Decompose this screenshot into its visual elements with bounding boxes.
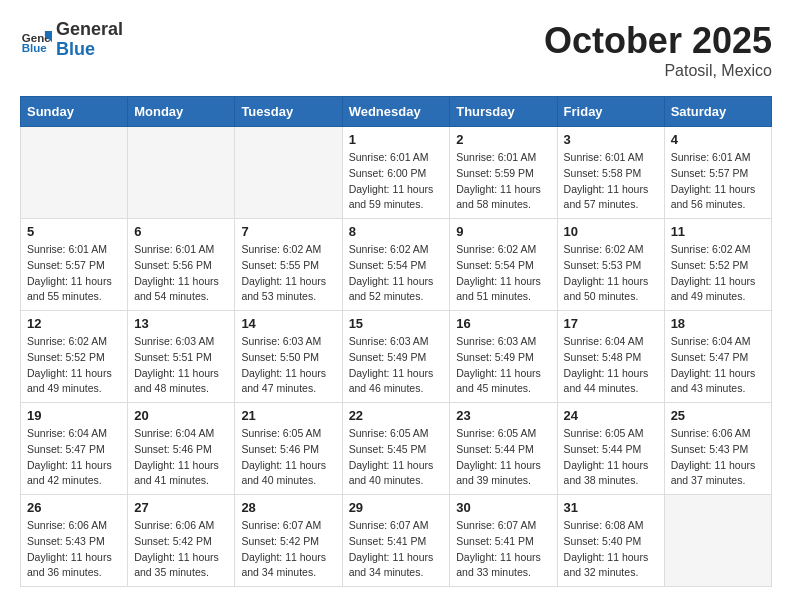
day-info: Sunrise: 6:02 AM Sunset: 5:53 PM Dayligh…	[564, 242, 658, 305]
day-info: Sunrise: 6:01 AM Sunset: 5:59 PM Dayligh…	[456, 150, 550, 213]
day-info: Sunrise: 6:04 AM Sunset: 5:46 PM Dayligh…	[134, 426, 228, 489]
day-number: 1	[349, 132, 444, 147]
day-info: Sunrise: 6:03 AM Sunset: 5:49 PM Dayligh…	[349, 334, 444, 397]
day-number: 20	[134, 408, 228, 423]
calendar-day-2: 2Sunrise: 6:01 AM Sunset: 5:59 PM Daylig…	[450, 127, 557, 219]
day-number: 21	[241, 408, 335, 423]
calendar-empty-cell	[664, 495, 771, 587]
calendar-day-19: 19Sunrise: 6:04 AM Sunset: 5:47 PM Dayli…	[21, 403, 128, 495]
calendar-day-31: 31Sunrise: 6:08 AM Sunset: 5:40 PM Dayli…	[557, 495, 664, 587]
page-header: General Blue General Blue October 2025 P…	[20, 20, 772, 80]
day-number: 30	[456, 500, 550, 515]
weekday-header-sunday: Sunday	[21, 97, 128, 127]
day-info: Sunrise: 6:05 AM Sunset: 5:44 PM Dayligh…	[564, 426, 658, 489]
day-info: Sunrise: 6:03 AM Sunset: 5:50 PM Dayligh…	[241, 334, 335, 397]
calendar-day-12: 12Sunrise: 6:02 AM Sunset: 5:52 PM Dayli…	[21, 311, 128, 403]
day-number: 17	[564, 316, 658, 331]
calendar-day-16: 16Sunrise: 6:03 AM Sunset: 5:49 PM Dayli…	[450, 311, 557, 403]
calendar-week-row: 19Sunrise: 6:04 AM Sunset: 5:47 PM Dayli…	[21, 403, 772, 495]
day-info: Sunrise: 6:08 AM Sunset: 5:40 PM Dayligh…	[564, 518, 658, 581]
logo-text: General Blue	[56, 20, 123, 60]
weekday-header-saturday: Saturday	[664, 97, 771, 127]
day-info: Sunrise: 6:06 AM Sunset: 5:43 PM Dayligh…	[671, 426, 765, 489]
day-number: 4	[671, 132, 765, 147]
calendar-table: SundayMondayTuesdayWednesdayThursdayFrid…	[20, 96, 772, 587]
location: Patosil, Mexico	[544, 62, 772, 80]
day-number: 23	[456, 408, 550, 423]
day-number: 28	[241, 500, 335, 515]
day-info: Sunrise: 6:01 AM Sunset: 5:56 PM Dayligh…	[134, 242, 228, 305]
day-info: Sunrise: 6:02 AM Sunset: 5:52 PM Dayligh…	[27, 334, 121, 397]
day-info: Sunrise: 6:03 AM Sunset: 5:49 PM Dayligh…	[456, 334, 550, 397]
day-info: Sunrise: 6:04 AM Sunset: 5:48 PM Dayligh…	[564, 334, 658, 397]
calendar-day-5: 5Sunrise: 6:01 AM Sunset: 5:57 PM Daylig…	[21, 219, 128, 311]
calendar-empty-cell	[128, 127, 235, 219]
calendar-day-13: 13Sunrise: 6:03 AM Sunset: 5:51 PM Dayli…	[128, 311, 235, 403]
calendar-day-21: 21Sunrise: 6:05 AM Sunset: 5:46 PM Dayli…	[235, 403, 342, 495]
logo-icon: General Blue	[20, 24, 52, 56]
day-number: 2	[456, 132, 550, 147]
weekday-header-row: SundayMondayTuesdayWednesdayThursdayFrid…	[21, 97, 772, 127]
weekday-header-monday: Monday	[128, 97, 235, 127]
day-number: 26	[27, 500, 121, 515]
calendar-week-row: 1Sunrise: 6:01 AM Sunset: 6:00 PM Daylig…	[21, 127, 772, 219]
day-number: 5	[27, 224, 121, 239]
calendar-day-24: 24Sunrise: 6:05 AM Sunset: 5:44 PM Dayli…	[557, 403, 664, 495]
day-info: Sunrise: 6:01 AM Sunset: 5:57 PM Dayligh…	[671, 150, 765, 213]
day-number: 19	[27, 408, 121, 423]
calendar-day-8: 8Sunrise: 6:02 AM Sunset: 5:54 PM Daylig…	[342, 219, 450, 311]
day-info: Sunrise: 6:07 AM Sunset: 5:41 PM Dayligh…	[349, 518, 444, 581]
calendar-day-29: 29Sunrise: 6:07 AM Sunset: 5:41 PM Dayli…	[342, 495, 450, 587]
day-number: 9	[456, 224, 550, 239]
title-block: October 2025 Patosil, Mexico	[544, 20, 772, 80]
calendar-day-18: 18Sunrise: 6:04 AM Sunset: 5:47 PM Dayli…	[664, 311, 771, 403]
day-number: 24	[564, 408, 658, 423]
svg-text:Blue: Blue	[22, 42, 48, 54]
logo-general-text: General	[56, 20, 123, 40]
calendar-day-9: 9Sunrise: 6:02 AM Sunset: 5:54 PM Daylig…	[450, 219, 557, 311]
day-info: Sunrise: 6:02 AM Sunset: 5:54 PM Dayligh…	[349, 242, 444, 305]
day-info: Sunrise: 6:04 AM Sunset: 5:47 PM Dayligh…	[671, 334, 765, 397]
calendar-day-6: 6Sunrise: 6:01 AM Sunset: 5:56 PM Daylig…	[128, 219, 235, 311]
day-info: Sunrise: 6:03 AM Sunset: 5:51 PM Dayligh…	[134, 334, 228, 397]
calendar-empty-cell	[21, 127, 128, 219]
day-number: 22	[349, 408, 444, 423]
day-info: Sunrise: 6:07 AM Sunset: 5:41 PM Dayligh…	[456, 518, 550, 581]
day-number: 18	[671, 316, 765, 331]
day-info: Sunrise: 6:05 AM Sunset: 5:46 PM Dayligh…	[241, 426, 335, 489]
day-number: 29	[349, 500, 444, 515]
day-number: 25	[671, 408, 765, 423]
calendar-day-7: 7Sunrise: 6:02 AM Sunset: 5:55 PM Daylig…	[235, 219, 342, 311]
calendar-week-row: 12Sunrise: 6:02 AM Sunset: 5:52 PM Dayli…	[21, 311, 772, 403]
logo: General Blue General Blue	[20, 20, 123, 60]
day-number: 3	[564, 132, 658, 147]
day-info: Sunrise: 6:06 AM Sunset: 5:43 PM Dayligh…	[27, 518, 121, 581]
day-info: Sunrise: 6:05 AM Sunset: 5:44 PM Dayligh…	[456, 426, 550, 489]
day-info: Sunrise: 6:01 AM Sunset: 6:00 PM Dayligh…	[349, 150, 444, 213]
day-number: 11	[671, 224, 765, 239]
weekday-header-thursday: Thursday	[450, 97, 557, 127]
calendar-day-26: 26Sunrise: 6:06 AM Sunset: 5:43 PM Dayli…	[21, 495, 128, 587]
calendar-day-17: 17Sunrise: 6:04 AM Sunset: 5:48 PM Dayli…	[557, 311, 664, 403]
calendar-day-4: 4Sunrise: 6:01 AM Sunset: 5:57 PM Daylig…	[664, 127, 771, 219]
calendar-day-11: 11Sunrise: 6:02 AM Sunset: 5:52 PM Dayli…	[664, 219, 771, 311]
calendar-day-14: 14Sunrise: 6:03 AM Sunset: 5:50 PM Dayli…	[235, 311, 342, 403]
calendar-week-row: 5Sunrise: 6:01 AM Sunset: 5:57 PM Daylig…	[21, 219, 772, 311]
day-number: 7	[241, 224, 335, 239]
day-number: 10	[564, 224, 658, 239]
calendar-day-10: 10Sunrise: 6:02 AM Sunset: 5:53 PM Dayli…	[557, 219, 664, 311]
weekday-header-wednesday: Wednesday	[342, 97, 450, 127]
calendar-day-22: 22Sunrise: 6:05 AM Sunset: 5:45 PM Dayli…	[342, 403, 450, 495]
day-number: 16	[456, 316, 550, 331]
day-info: Sunrise: 6:01 AM Sunset: 5:58 PM Dayligh…	[564, 150, 658, 213]
day-info: Sunrise: 6:01 AM Sunset: 5:57 PM Dayligh…	[27, 242, 121, 305]
day-info: Sunrise: 6:06 AM Sunset: 5:42 PM Dayligh…	[134, 518, 228, 581]
calendar-day-30: 30Sunrise: 6:07 AM Sunset: 5:41 PM Dayli…	[450, 495, 557, 587]
month-title: October 2025	[544, 20, 772, 62]
logo-blue-text: Blue	[56, 40, 123, 60]
day-number: 13	[134, 316, 228, 331]
calendar-day-23: 23Sunrise: 6:05 AM Sunset: 5:44 PM Dayli…	[450, 403, 557, 495]
day-info: Sunrise: 6:02 AM Sunset: 5:55 PM Dayligh…	[241, 242, 335, 305]
calendar-day-20: 20Sunrise: 6:04 AM Sunset: 5:46 PM Dayli…	[128, 403, 235, 495]
day-info: Sunrise: 6:02 AM Sunset: 5:54 PM Dayligh…	[456, 242, 550, 305]
